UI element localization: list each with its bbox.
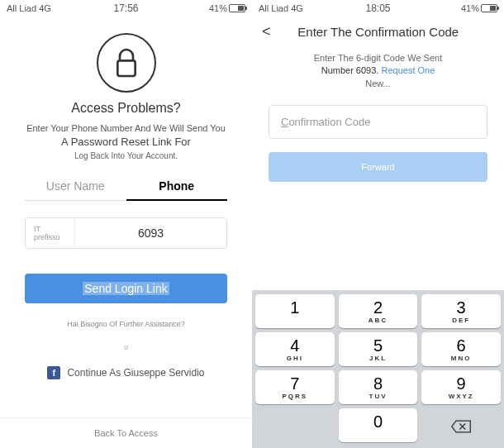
- facebook-label: Continue As Giuseppe Servidio: [67, 367, 204, 379]
- key-0[interactable]: 0: [339, 408, 418, 442]
- carrier: All Liad 4G: [259, 3, 303, 13]
- forward-button[interactable]: Forward: [269, 152, 487, 182]
- svg-rect-0: [117, 60, 135, 76]
- numeric-keypad: 1 2ABC 3DEF 4GHI 5JKL 6MNO 7PQRS 8TUV 9W…: [252, 290, 504, 448]
- status-bar: All Liad 4G 17:56 41%: [0, 0, 252, 17]
- key-blank: [255, 408, 335, 442]
- tabs: User Name Phone: [25, 173, 227, 201]
- prefix-label[interactable]: IT prefisso: [26, 218, 75, 248]
- back-to-access-link[interactable]: Back To Access: [0, 417, 252, 448]
- status-time: 17:56: [113, 2, 138, 14]
- send-login-link-button[interactable]: Send Login Link: [25, 274, 227, 303]
- request-new-link[interactable]: Request One: [381, 65, 435, 75]
- key-9[interactable]: 9WXYZ: [421, 370, 501, 404]
- key-7[interactable]: 7PQRS: [255, 370, 335, 404]
- status-battery: 41%: [209, 3, 245, 13]
- backspace-icon[interactable]: [421, 408, 501, 442]
- key-3[interactable]: 3DEF: [421, 294, 501, 328]
- facebook-continue[interactable]: f Continue As Giuseppe Servidio: [0, 366, 252, 379]
- status-time: 18:05: [365, 2, 390, 14]
- header: < Enter The Confirmation Code: [252, 17, 504, 47]
- tab-phone[interactable]: Phone: [126, 173, 228, 201]
- key-1[interactable]: 1: [255, 294, 335, 328]
- help-link[interactable]: Hai Bisogno Of Further Assistance?: [0, 320, 252, 328]
- key-8[interactable]: 8TUV: [339, 370, 418, 404]
- lock-icon: [97, 33, 156, 93]
- phone-field[interactable]: [75, 226, 226, 240]
- screen-access-problems: All Liad 4G 17:56 41% Access Problems? E…: [0, 0, 252, 448]
- key-4[interactable]: 4GHI: [255, 332, 335, 366]
- phone-input-row[interactable]: IT prefisso: [25, 217, 227, 249]
- facebook-icon: f: [47, 366, 60, 379]
- divider-or: o: [0, 343, 252, 351]
- key-5[interactable]: 5JKL: [339, 332, 418, 366]
- screen-confirmation-code: All Liad 4G 18:05 41% < Enter The Confir…: [252, 0, 504, 448]
- status-battery: 41%: [461, 3, 497, 13]
- subtitle: Enter Your Phone Number And We Will Send…: [0, 122, 252, 161]
- header-title: Enter The Confirmation Code: [279, 25, 478, 39]
- carrier: All Liad 4G: [7, 3, 51, 13]
- key-6[interactable]: 6MNO: [421, 332, 501, 366]
- key-2[interactable]: 2ABC: [339, 294, 418, 328]
- tab-username[interactable]: User Name: [25, 173, 126, 200]
- status-bar: All Liad 4G 18:05 41%: [252, 0, 504, 17]
- confirmation-code-field[interactable]: Confirmation Code: [269, 105, 487, 139]
- page-title: Access Problems?: [0, 101, 252, 116]
- info-text: Enter The 6-digit Code We Sent Number 60…: [252, 47, 504, 90]
- back-chevron-icon[interactable]: <: [262, 23, 271, 41]
